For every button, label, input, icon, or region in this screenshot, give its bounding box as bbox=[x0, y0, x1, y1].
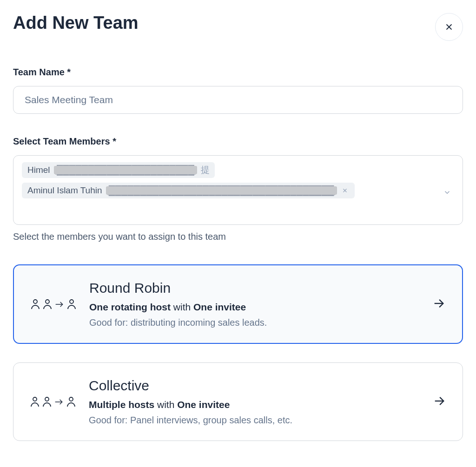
remove-member-button[interactable]: 提 bbox=[201, 166, 209, 174]
member-chip: Himel (██████████████████████) 提 bbox=[22, 162, 215, 178]
svg-point-6 bbox=[45, 397, 49, 401]
option-title: Round Robin bbox=[89, 280, 419, 296]
chevron-down-icon bbox=[443, 188, 451, 197]
arrow-right-icon bbox=[55, 301, 64, 308]
option-select-arrow bbox=[432, 297, 445, 312]
members-helper-text: Select the members you want to assign to… bbox=[13, 231, 463, 242]
member-chip: Aminul Islam Tuhin (████████████████████… bbox=[22, 183, 355, 198]
person-icon bbox=[31, 299, 40, 310]
team-name-label: Team Name * bbox=[13, 67, 463, 78]
svg-point-5 bbox=[33, 397, 37, 401]
member-chip-email: (████████████████████████████████████) bbox=[106, 185, 337, 196]
option-title: Collective bbox=[89, 378, 420, 394]
remove-member-button[interactable] bbox=[341, 186, 349, 195]
close-icon bbox=[444, 22, 454, 32]
person-icon bbox=[42, 396, 52, 408]
round-robin-icon bbox=[31, 299, 76, 310]
modal-title: Add New Team bbox=[13, 13, 139, 33]
team-name-input[interactable] bbox=[13, 86, 463, 114]
collective-icon bbox=[30, 396, 76, 408]
option-collective[interactable]: Collective Multiple hosts with One invit… bbox=[13, 362, 463, 441]
member-chip-name: Himel bbox=[27, 165, 50, 175]
dropdown-toggle[interactable] bbox=[443, 188, 451, 198]
arrow-right-icon bbox=[433, 395, 446, 408]
arrow-right-icon bbox=[54, 398, 64, 406]
svg-point-3 bbox=[70, 300, 73, 303]
person-icon bbox=[30, 396, 40, 408]
team-members-select[interactable]: Himel (██████████████████████) 提 Aminul … bbox=[13, 155, 463, 225]
option-subtitle: Multiple hosts with One invitee bbox=[89, 399, 420, 410]
person-icon bbox=[66, 396, 76, 408]
option-desc: Good for: distributing incoming sales le… bbox=[89, 317, 419, 328]
option-subtitle: One rotating host with One invitee bbox=[89, 302, 419, 313]
person-icon bbox=[43, 299, 52, 310]
option-round-robin[interactable]: Round Robin One rotating host with One i… bbox=[13, 264, 463, 344]
team-members-label: Select Team Members * bbox=[13, 136, 463, 147]
person-icon bbox=[67, 299, 76, 310]
svg-point-1 bbox=[46, 300, 49, 303]
x-icon bbox=[342, 187, 348, 194]
svg-point-0 bbox=[33, 300, 37, 303]
arrow-right-icon bbox=[432, 297, 445, 310]
close-button[interactable] bbox=[435, 13, 463, 41]
svg-point-8 bbox=[69, 397, 73, 401]
member-chip-email: (██████████████████████) bbox=[54, 165, 198, 175]
option-desc: Good for: Panel interviews, group sales … bbox=[89, 415, 420, 426]
option-select-arrow bbox=[433, 395, 446, 409]
member-chip-name: Aminul Islam Tuhin bbox=[27, 185, 102, 196]
